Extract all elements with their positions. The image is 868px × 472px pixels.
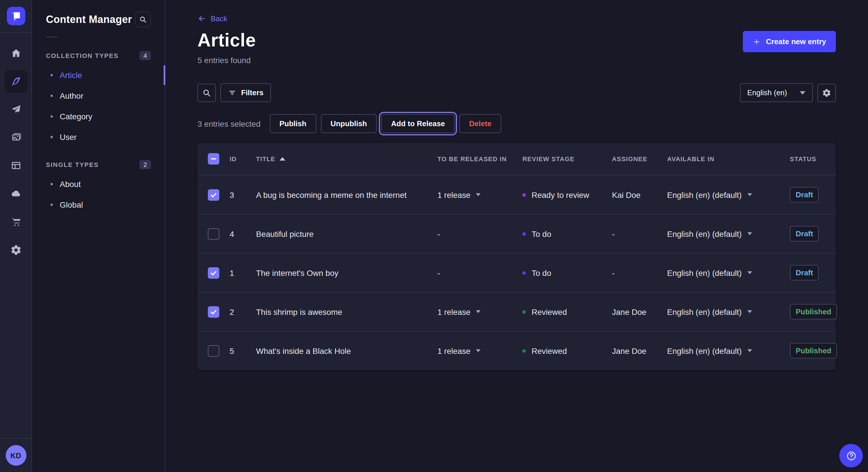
back-link[interactable]: Back <box>197 14 227 23</box>
row-title: Beautiful picture <box>256 229 437 238</box>
col-header-available: AVAILABLE IN <box>667 156 790 162</box>
bullet-icon <box>51 136 53 138</box>
table-row[interactable]: 5 What's inside a Black Hole 1 release R… <box>197 331 836 370</box>
row-assignee: Jane Doe <box>612 307 667 316</box>
row-checkbox[interactable] <box>208 267 219 278</box>
subnav-item-about[interactable]: About <box>32 174 165 194</box>
plus-icon <box>753 38 761 45</box>
row-id: 3 <box>229 190 256 199</box>
select-all-checkbox[interactable] <box>208 153 219 165</box>
row-released: 1 release <box>437 307 470 316</box>
create-new-entry-button[interactable]: Create new entry <box>743 31 836 52</box>
subnav-title: Content Manager <box>46 13 132 26</box>
selection-count-text: 3 entries selected <box>197 119 260 128</box>
strapi-logo-icon <box>7 7 25 25</box>
help-button[interactable] <box>839 444 863 467</box>
subnav-item-author[interactable]: Author <box>32 86 165 106</box>
strapi-logo[interactable] <box>7 7 25 25</box>
table-row[interactable]: 1 The internet's Own boy - To do - Engli… <box>197 253 836 292</box>
chevron-down-icon[interactable] <box>476 349 480 352</box>
action-row: Filters English (en) <box>197 83 836 102</box>
col-header-review: REVIEW STAGE <box>522 156 612 162</box>
chevron-down-icon[interactable] <box>747 349 752 352</box>
question-circle-icon <box>845 450 857 461</box>
marketplace-cart-icon[interactable] <box>4 210 27 233</box>
selection-toolbar: 3 entries selected Publish Unpublish Add… <box>197 114 836 133</box>
media-library-icon[interactable] <box>4 126 27 149</box>
content-manager-feather-icon[interactable] <box>4 70 27 93</box>
filters-button[interactable]: Filters <box>220 83 271 102</box>
status-badge: Draft <box>790 187 819 202</box>
row-title: The internet's Own boy <box>256 268 437 277</box>
entries-count-text: 5 entries found <box>197 56 836 65</box>
create-button-label: Create new entry <box>766 37 826 46</box>
status-badge: Draft <box>790 226 819 241</box>
chevron-down-icon[interactable] <box>747 232 752 235</box>
add-to-release-button[interactable]: Add to Release <box>381 114 455 133</box>
unpublish-button[interactable]: Unpublish <box>321 114 377 133</box>
publish-button[interactable]: Publish <box>270 114 316 133</box>
row-checkbox[interactable] <box>208 228 219 239</box>
row-assignee: - <box>612 268 667 277</box>
row-checkbox[interactable] <box>208 189 219 200</box>
locale-select[interactable]: English (en) <box>740 83 813 102</box>
table-row[interactable]: 2 This shrimp is awesome 1 release Revie… <box>197 292 836 331</box>
cloud-icon[interactable] <box>4 182 27 205</box>
search-icon <box>202 88 211 97</box>
subnav-item-label: User <box>60 133 76 142</box>
bullet-icon <box>51 204 53 206</box>
table-row[interactable]: 3 A bug is becoming a meme on the intern… <box>197 175 836 214</box>
search-button[interactable] <box>197 83 216 102</box>
gear-icon <box>822 88 831 97</box>
subnav-item-article[interactable]: Article <box>32 65 165 86</box>
subnav-header: Content Manager <box>32 0 165 36</box>
subnav-divider <box>46 37 57 37</box>
filter-icon <box>228 88 237 97</box>
collection-types-section: COLLECTION TYPES 4 Article Author Catego… <box>32 46 165 147</box>
subnav-item-category[interactable]: Category <box>32 106 165 127</box>
row-title: What's inside a Black Hole <box>256 346 437 355</box>
home-icon[interactable] <box>4 42 27 65</box>
logo-cell <box>0 0 32 33</box>
settings-gear-icon[interactable] <box>4 239 27 262</box>
review-stage-dot <box>522 271 526 274</box>
table-row[interactable]: 4 Beautiful picture - To do - English (e… <box>197 214 836 253</box>
chevron-down-icon[interactable] <box>747 310 752 313</box>
row-checkbox[interactable] <box>208 306 219 317</box>
row-available: English (en) (default) <box>667 229 742 238</box>
chevron-down-icon[interactable] <box>747 271 752 274</box>
app-root: KD Content Manager COLLECTION TYPES 4 Ar… <box>0 0 868 472</box>
row-review-stage: Reviewed <box>532 307 567 316</box>
collection-types-count-badge: 4 <box>140 51 151 60</box>
row-title: A bug is becoming a meme on the internet <box>256 190 437 199</box>
filters-label: Filters <box>241 88 264 97</box>
single-types-label: SINGLE TYPES <box>46 161 99 168</box>
row-assignee: Jane Doe <box>612 346 667 355</box>
col-header-status: STATUS <box>790 156 836 162</box>
content-type-builder-icon[interactable] <box>4 154 27 177</box>
action-left-group: Filters <box>197 83 271 102</box>
subnav-item-global[interactable]: Global <box>32 194 165 215</box>
releases-paper-plane-icon[interactable] <box>4 98 27 121</box>
review-stage-dot <box>522 349 526 352</box>
status-badge: Draft <box>790 265 819 280</box>
view-settings-button[interactable] <box>817 83 836 102</box>
col-header-title-sort[interactable]: TITLE <box>256 156 432 162</box>
subnav-search-button[interactable] <box>135 11 151 28</box>
rail-footer: KD <box>0 438 32 472</box>
row-released: 1 release <box>437 346 470 355</box>
subnav-item-user[interactable]: User <box>32 127 165 147</box>
row-review-stage: To do <box>532 229 551 238</box>
row-released: - <box>437 268 440 277</box>
delete-button[interactable]: Delete <box>459 114 501 133</box>
row-review-stage: To do <box>532 268 551 277</box>
chevron-down-icon[interactable] <box>476 310 480 313</box>
subnav-item-label: Article <box>60 71 82 80</box>
chevron-down-icon[interactable] <box>476 193 480 196</box>
chevron-down-icon[interactable] <box>747 193 752 196</box>
subnav-item-label: Author <box>60 91 84 100</box>
user-avatar[interactable]: KD <box>5 445 26 466</box>
row-assignee: Kai Doe <box>612 190 667 199</box>
row-checkbox[interactable] <box>208 345 219 357</box>
review-stage-dot <box>522 193 526 196</box>
